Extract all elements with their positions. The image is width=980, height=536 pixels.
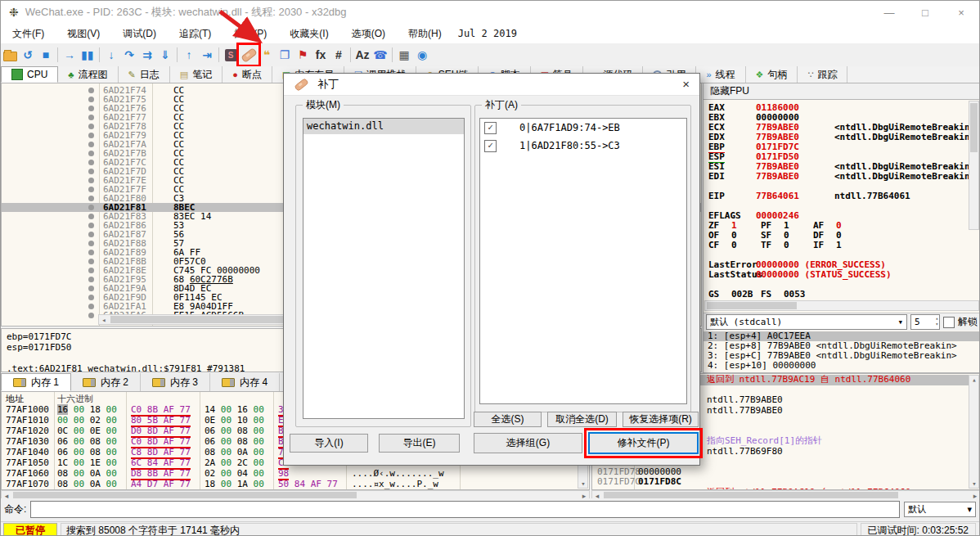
register-line[interactable]: GS002BFS0053 bbox=[704, 290, 980, 300]
dump-row[interactable]: 77AF106008 00 0A 00D8 8B AF 7702 00 04 0… bbox=[2, 468, 589, 479]
module-list[interactable]: wechatwin.dll bbox=[303, 118, 465, 419]
execute-till-return-icon[interactable]: ↑ bbox=[180, 46, 198, 64]
breakpoint-dot-icon[interactable] bbox=[88, 124, 94, 129]
menu-item-2[interactable]: 调试(D) bbox=[111, 25, 168, 43]
registers-vscrollbar[interactable] bbox=[969, 101, 979, 230]
hide-fpu-button[interactable]: 隐藏FPU bbox=[704, 83, 980, 100]
trace-over-icon[interactable]: ⇓ bbox=[156, 46, 174, 64]
breakpoint-dot-icon[interactable] bbox=[88, 106, 94, 111]
bookmark-icon[interactable]: ⚑ bbox=[294, 46, 312, 64]
maximize-button[interactable]: □ bbox=[907, 1, 943, 24]
breakpoint-dot-icon[interactable] bbox=[88, 268, 94, 273]
deselect-all-button[interactable]: 取消全选(D) bbox=[547, 412, 617, 427]
hash-icon[interactable]: # bbox=[330, 46, 348, 64]
restore-selected-button[interactable]: 恢复选择项(R) bbox=[623, 412, 699, 427]
register-line[interactable]: EDX77B9ABE0<ntdll.DbgUiRemoteBreakin> bbox=[704, 133, 980, 142]
patch-list-item[interactable]: ✓1|6AD21F80:55->C3 bbox=[480, 137, 686, 155]
run-to-user-code-icon[interactable]: ⇥ bbox=[198, 46, 216, 64]
dialog-close-icon[interactable]: × bbox=[682, 77, 690, 91]
menu-item-3[interactable]: 追踪(T) bbox=[168, 25, 223, 43]
dump-tab-4[interactable]: 内存 4 bbox=[210, 373, 280, 391]
breakpoint-dot-icon[interactable] bbox=[88, 97, 94, 102]
breakpoint-dot-icon[interactable] bbox=[88, 169, 94, 174]
register-line[interactable]: EDI77B9ABE0<ntdll.DbgUiRemoteBreakin> bbox=[704, 172, 980, 182]
patch-dialog-titlebar[interactable]: 补丁 × bbox=[284, 74, 699, 96]
dump-tab-1[interactable]: 内存 1 bbox=[1, 373, 71, 391]
patch-list[interactable]: ✓0|6A7F1AD9:74->EB✓1|6AD21F80:55->C3 bbox=[479, 118, 687, 404]
breakpoint-dot-icon[interactable] bbox=[88, 232, 94, 237]
breakpoint-dot-icon[interactable] bbox=[88, 151, 94, 156]
calculator-icon[interactable]: ▦ bbox=[395, 46, 413, 64]
minimize-button[interactable]: — bbox=[871, 1, 907, 24]
register-line[interactable]: CF0TF0IF1 bbox=[704, 241, 980, 250]
dump-tab-2[interactable]: 内存 2 bbox=[71, 373, 141, 391]
tab-CPU[interactable]: CPU bbox=[1, 66, 58, 83]
breakpoint-dot-icon[interactable] bbox=[88, 88, 94, 93]
breakpoint-dot-icon[interactable] bbox=[88, 313, 94, 318]
menu-item-1[interactable]: 视图(V) bbox=[56, 25, 111, 43]
restart-icon[interactable]: ↺ bbox=[19, 46, 37, 64]
export-button[interactable]: 导出(E) bbox=[379, 434, 460, 453]
menu-item-7[interactable]: 帮助(H) bbox=[397, 25, 453, 43]
breakpoint-dot-icon[interactable] bbox=[88, 241, 94, 246]
dump-row[interactable]: 77AF107008 00 0A 00A4 D7 AF 7718 00 1A 0… bbox=[2, 479, 589, 489]
pick-groups-button[interactable]: 选择组(G) bbox=[474, 433, 582, 453]
attach-icon[interactable]: ☎ bbox=[371, 46, 389, 64]
tab-跟踪[interactable]: ∵跟踪 bbox=[798, 66, 847, 83]
register-line[interactable]: OF0SF0DF0 bbox=[704, 231, 980, 241]
menu-item-0[interactable]: 文件(F) bbox=[1, 25, 56, 43]
stop-debug-icon[interactable]: ■ bbox=[37, 46, 55, 64]
patch-checkbox[interactable]: ✓ bbox=[484, 140, 497, 152]
scylla-icon[interactable]: S bbox=[222, 46, 240, 64]
register-line[interactable]: EFLAGS00000246 bbox=[704, 211, 980, 221]
breakpoint-dot-icon[interactable] bbox=[88, 286, 94, 291]
comment-icon[interactable]: ❝ bbox=[258, 46, 276, 64]
patch-file-button[interactable]: 修补文件(P) bbox=[588, 432, 699, 454]
tab-句柄[interactable]: ❖句柄 bbox=[746, 66, 798, 83]
register-line[interactable]: EBP0171FD7C bbox=[704, 142, 980, 152]
tab-日志[interactable]: ✎日志 bbox=[119, 66, 170, 83]
scroll-left-icon[interactable]: ◂ bbox=[99, 316, 109, 324]
scroll-down-icon[interactable]: ▾ bbox=[578, 480, 588, 488]
calling-convention-select[interactable]: 默认 (stdcall)▾ bbox=[706, 314, 907, 330]
breakpoint-dot-icon[interactable] bbox=[88, 295, 94, 300]
patch-icon[interactable] bbox=[240, 46, 258, 64]
pause-icon[interactable]: ▮▮ bbox=[79, 46, 97, 64]
command-profile-select[interactable]: 默认▾ bbox=[904, 502, 976, 517]
breakpoint-dot-icon[interactable] bbox=[88, 133, 94, 138]
argument-row[interactable]: 4: [esp+10] 00000000 bbox=[704, 361, 980, 371]
trace-into-icon[interactable]: ⇉ bbox=[138, 46, 156, 64]
arguments-list[interactable]: 1: [esp+4] A0C17EEA2: [esp+8] 77B9ABE0 <… bbox=[704, 331, 980, 372]
breakpoint-dot-icon[interactable] bbox=[88, 187, 94, 192]
breakpoint-dot-icon[interactable] bbox=[88, 250, 94, 255]
menu-item-4[interactable]: 插件(P) bbox=[223, 25, 278, 43]
argument-count-stepper[interactable]: 5 ▴▾ bbox=[910, 314, 940, 330]
strings-icon[interactable]: Az bbox=[353, 46, 371, 64]
menu-item-6[interactable]: 选项(O) bbox=[340, 25, 397, 43]
stack-row[interactable]: 0171FD7C0171FD8C bbox=[592, 477, 980, 488]
register-line[interactable]: EIP77B64061ntdll.77B64061 bbox=[704, 191, 980, 201]
patch-checkbox[interactable]: ✓ bbox=[484, 122, 497, 134]
scroll-down-icon[interactable]: ▾ bbox=[969, 480, 979, 488]
label-icon[interactable]: ❐ bbox=[276, 46, 294, 64]
breakpoint-dot-icon[interactable] bbox=[88, 259, 94, 264]
function-icon[interactable]: fx bbox=[312, 46, 330, 64]
update-icon[interactable]: ◉ bbox=[413, 46, 431, 64]
tab-流程图[interactable]: ♣流程图 bbox=[58, 66, 118, 83]
breakpoint-dot-icon[interactable] bbox=[88, 160, 94, 165]
registers-hscrollbar[interactable] bbox=[704, 300, 979, 311]
run-icon[interactable]: → bbox=[61, 46, 79, 64]
tab-断点[interactable]: ●断点 bbox=[223, 66, 272, 83]
unlock-checkbox[interactable] bbox=[943, 317, 955, 328]
breakpoint-dot-icon[interactable] bbox=[88, 214, 94, 219]
breakpoint-dot-icon[interactable] bbox=[88, 115, 94, 120]
breakpoint-dot-icon[interactable] bbox=[88, 205, 94, 210]
module-list-item[interactable]: wechatwin.dll bbox=[303, 119, 464, 134]
open-file-icon[interactable] bbox=[1, 46, 19, 64]
breakpoint-dot-icon[interactable] bbox=[88, 142, 94, 147]
close-button[interactable]: × bbox=[943, 1, 979, 24]
registers-pane[interactable]: 隐藏FPU EAX01186000EBX00000000ECX77B9ABE0<… bbox=[703, 83, 980, 373]
command-input[interactable] bbox=[30, 501, 900, 518]
breakpoint-dot-icon[interactable] bbox=[88, 223, 94, 228]
tab-线程[interactable]: »线程 bbox=[696, 66, 745, 83]
